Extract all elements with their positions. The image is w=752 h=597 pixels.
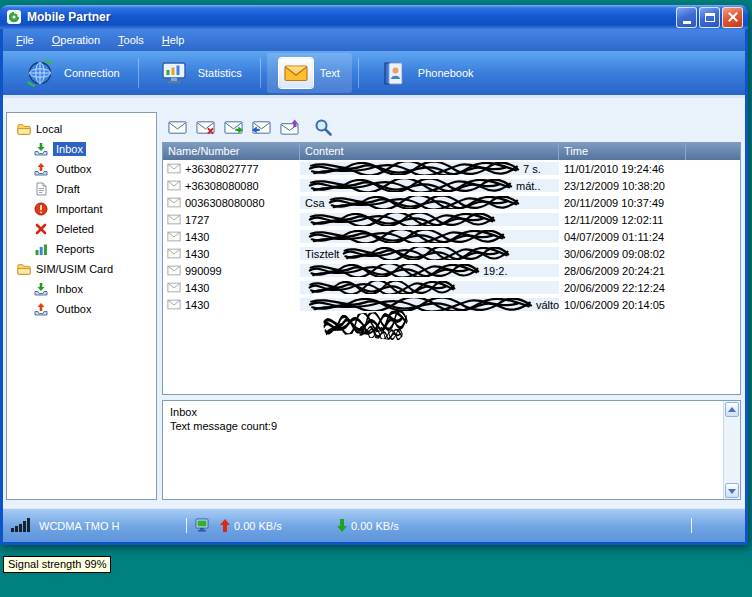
window-title: Mobile Partner — [27, 10, 671, 24]
message-number: 990099 — [185, 265, 222, 277]
scroll-up-button[interactable] — [725, 402, 739, 417]
tree-item-sim-outbox[interactable]: Outbox — [7, 299, 156, 319]
upload-arrow-icon — [220, 519, 230, 532]
message-icon — [167, 180, 181, 191]
message-row[interactable]: +36308027777 7 s. 11/01/2010 19:24:46 — [163, 160, 740, 177]
message-icon — [167, 197, 181, 208]
menu-item-help[interactable]: Help — [153, 31, 194, 49]
message-row[interactable]: 990099 19:2. 28/06/2009 20:24:21 — [163, 262, 740, 279]
outbox-icon — [34, 302, 48, 316]
message-row[interactable]: 0036308080080 Csa 20/11/2009 10:37:49 — [163, 194, 740, 211]
delete-message-button[interactable] — [193, 116, 217, 138]
message-time: 28/06/2009 20:24:21 — [559, 265, 686, 277]
outbox-icon — [34, 162, 48, 176]
toolbar-button-phonebook[interactable]: Phonebook — [365, 53, 486, 93]
column-header-content[interactable]: Content — [300, 143, 559, 160]
statusbar-separator — [691, 518, 692, 533]
menu-bar: File Operation Tools Help — [3, 29, 745, 51]
message-number: +36308027777 — [185, 163, 259, 175]
main-toolbar: Connection Statistics Text Phonebook — [3, 51, 745, 98]
status-bar: WCDMA TMO H 0.00 KB/s 0.00 KB/s — [3, 508, 745, 542]
draft-icon — [34, 182, 48, 196]
message-time: 11/01/2010 19:24:46 — [559, 163, 686, 175]
message-row[interactable]: 1430 Tisztelt 30/06/2009 09:08:02 — [163, 245, 740, 262]
content-fragment: Csa — [305, 197, 325, 209]
new-message-icon — [168, 119, 187, 136]
menu-label: ile — [23, 34, 34, 46]
title-bar: Mobile Partner — [0, 5, 748, 29]
maximize-button[interactable] — [699, 7, 720, 28]
message-row[interactable]: 1727 12/11/2009 12:02:11 — [163, 211, 740, 228]
tree-group-local[interactable]: Local — [7, 119, 156, 139]
redacted-scribble — [308, 298, 533, 311]
tree-item-label: Inbox — [53, 142, 86, 156]
message-number: 1430 — [185, 299, 209, 311]
column-header-time[interactable]: Time — [559, 143, 686, 160]
message-icon — [167, 265, 181, 276]
tree-item-label: Draft — [53, 182, 83, 196]
message-row[interactable]: 1430 változ 10/06/2009 20:14:05 — [163, 296, 740, 313]
tree-item-label: Deleted — [53, 222, 97, 236]
message-row[interactable]: 1430 20/06/2009 22:12:24 — [163, 279, 740, 296]
message-list-header: Name/Number Content Time — [163, 143, 740, 160]
tree-item-label: Important — [53, 202, 105, 216]
menu-item-file[interactable]: File — [7, 31, 43, 49]
menu-item-operation[interactable]: Operation — [43, 31, 109, 49]
search-button[interactable] — [311, 116, 335, 138]
message-number: 1430 — [185, 248, 209, 260]
info-scrollbar[interactable] — [723, 401, 740, 499]
text-envelope-icon — [279, 58, 313, 88]
tree-item-local-outbox[interactable]: Outbox — [7, 159, 156, 179]
column-header-filler — [686, 143, 740, 160]
reply-message-icon — [252, 119, 271, 136]
toolbar-button-connection[interactable]: Connection — [11, 53, 132, 93]
content-fragment: 19:2. — [483, 265, 507, 277]
statusbar-separator — [186, 518, 187, 533]
message-toolbar — [162, 112, 741, 142]
message-icon — [167, 248, 181, 259]
message-area: Name/Number Content Time +36308027777 7 … — [162, 112, 741, 500]
redacted-scribble — [328, 196, 520, 209]
scroll-down-button[interactable] — [725, 483, 739, 498]
folder-info-panel: Inbox Text message count:9 — [162, 400, 741, 500]
menu-label: ools — [124, 34, 144, 46]
message-time: 04/07/2009 01:11:24 — [559, 231, 686, 243]
tree-item-local-inbox[interactable]: Inbox — [7, 139, 156, 159]
redacted-scribble — [342, 247, 510, 260]
close-button[interactable] — [722, 7, 743, 28]
message-icon — [167, 214, 181, 225]
tree-item-local-deleted[interactable]: Deleted — [7, 219, 156, 239]
inbox-icon — [34, 142, 48, 156]
network-status-text: WCDMA TMO H — [39, 520, 119, 532]
menu-item-tools[interactable]: Tools — [109, 31, 153, 49]
app-icon — [6, 9, 22, 25]
tree-item-label: Reports — [53, 242, 98, 256]
export-message-button[interactable] — [277, 116, 301, 138]
tree-item-local-important[interactable]: Important — [7, 199, 156, 219]
export-message-icon — [280, 119, 299, 136]
forward-message-button[interactable] — [221, 116, 245, 138]
mobile-partner-window: Mobile Partner File Operation Tools Help… — [0, 5, 748, 545]
message-time: 10/06/2009 20:14:05 — [559, 299, 686, 311]
toolbar-button-statistics[interactable]: Statistics — [145, 53, 254, 93]
toolbar-separator — [260, 58, 261, 88]
column-header-name[interactable]: Name/Number — [163, 143, 300, 160]
message-time: 20/11/2009 10:37:49 — [559, 197, 686, 209]
message-row[interactable]: +36308080080 mát.. 23/12/2009 10:38:20 — [163, 177, 740, 194]
tree-group-sim-card[interactable]: SIM/USIM Card — [7, 259, 156, 279]
new-message-button[interactable] — [165, 116, 189, 138]
tree-item-sim-inbox[interactable]: Inbox — [7, 279, 156, 299]
message-number: 1430 — [185, 282, 209, 294]
minimize-button[interactable] — [676, 7, 697, 28]
reply-message-button[interactable] — [249, 116, 273, 138]
statistics-icon — [157, 58, 191, 88]
tree-item-local-draft[interactable]: Draft — [7, 179, 156, 199]
tree-group-label: Local — [36, 123, 62, 135]
message-number: 0036308080080 — [185, 197, 265, 209]
tree-item-local-reports[interactable]: Reports — [7, 239, 156, 259]
connection-status-icon — [195, 517, 213, 533]
toolbar-button-text[interactable]: Text — [267, 53, 352, 93]
menu-label: peration — [60, 34, 100, 46]
toolbar-label: Text — [320, 67, 340, 79]
message-row[interactable]: 1430 04/07/2009 01:11:24 — [163, 228, 740, 245]
